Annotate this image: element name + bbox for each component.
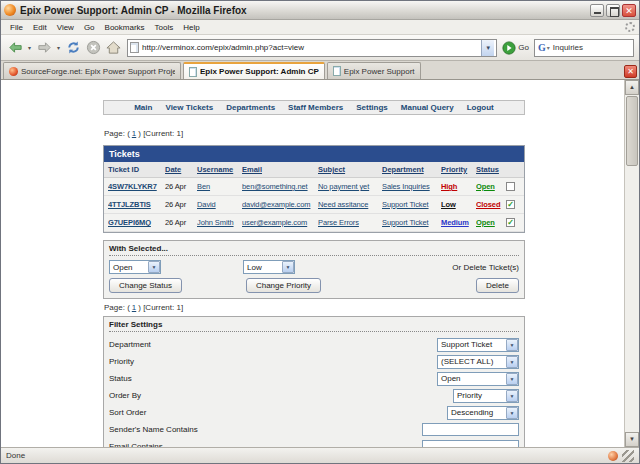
- menu-item[interactable]: Go: [79, 22, 100, 33]
- go-icon[interactable]: [502, 41, 516, 55]
- menu-item[interactable]: View: [52, 22, 79, 33]
- ticket-checkbox[interactable]: [506, 182, 515, 191]
- scrollbar-track[interactable]: [625, 95, 639, 432]
- priority-select[interactable]: Low: [243, 260, 295, 274]
- scrollbar-thumb[interactable]: [626, 96, 638, 166]
- ticket-subject-link[interactable]: No payment yet: [318, 182, 382, 191]
- col-username[interactable]: Username: [197, 165, 242, 174]
- admin-nav-link[interactable]: View Tickets: [165, 103, 213, 112]
- browser-tab[interactable]: Epix Power Support: Admin CP: [183, 62, 325, 79]
- ticket-email-link[interactable]: ben@something.net: [242, 182, 318, 191]
- menu-item[interactable]: File: [5, 22, 28, 33]
- status-filter-value: Open: [438, 374, 506, 383]
- ticket-checkbox[interactable]: [506, 200, 515, 209]
- sort-order-select[interactable]: Descending: [447, 406, 519, 420]
- ticket-priority[interactable]: Medium: [441, 218, 476, 227]
- url-bar[interactable]: http://verminox.com/epix/admin.php?act=v…: [127, 39, 497, 57]
- ticket-username-link[interactable]: Ben: [197, 182, 242, 191]
- ticket-subject-link[interactable]: Parse Errors: [318, 218, 382, 227]
- statusbar-extension-icon[interactable]: [608, 451, 618, 461]
- ticket-department-link[interactable]: Support Ticket: [382, 218, 441, 227]
- chevron-down-icon[interactable]: [506, 373, 518, 385]
- sender-name-input[interactable]: [422, 423, 519, 436]
- with-selected-panel: With Selected... Open Low Or Delete Tick…: [103, 240, 525, 299]
- ticket-status[interactable]: Closed: [476, 200, 506, 209]
- url-dropdown-icon[interactable]: ▼: [481, 40, 494, 56]
- back-button[interactable]: [6, 39, 24, 57]
- tab-close-button[interactable]: [624, 65, 637, 78]
- admin-nav-link[interactable]: Logout: [467, 103, 494, 112]
- admin-nav-link[interactable]: Departments: [226, 103, 275, 112]
- admin-nav-link[interactable]: Settings: [356, 103, 388, 112]
- change-status-button[interactable]: Change Status: [109, 278, 182, 293]
- status-filter-select[interactable]: Open: [437, 372, 519, 386]
- delete-button[interactable]: Delete: [476, 278, 519, 293]
- ticket-email-link[interactable]: david@example.com: [242, 200, 318, 209]
- chevron-down-icon[interactable]: [282, 261, 294, 273]
- ticket-status[interactable]: Open: [476, 218, 506, 227]
- col-department[interactable]: Department: [382, 165, 441, 174]
- title-bar: Epix Power Support: Admin CP - Mozilla F…: [1, 1, 639, 20]
- col-subject[interactable]: Subject: [318, 165, 382, 174]
- ticket-priority[interactable]: High: [441, 182, 476, 191]
- maximize-button[interactable]: [606, 4, 620, 17]
- menu-item[interactable]: Tools: [150, 22, 179, 33]
- ticket-subject-link[interactable]: Need assitance: [318, 200, 382, 209]
- col-status[interactable]: Status: [476, 165, 506, 174]
- go-button[interactable]: Go: [518, 43, 529, 52]
- menu-item[interactable]: Help: [178, 22, 204, 33]
- search-input[interactable]: G Inquiries: [534, 39, 634, 57]
- browser-tab[interactable]: Epix Power Support: [327, 62, 421, 79]
- chevron-down-icon[interactable]: [506, 390, 518, 402]
- vertical-scrollbar[interactable]: [624, 80, 639, 447]
- minimize-button[interactable]: [590, 4, 604, 17]
- scroll-up-icon[interactable]: [625, 80, 639, 95]
- menu-item[interactable]: Edit: [28, 22, 52, 33]
- department-select[interactable]: Support Ticket: [437, 338, 519, 352]
- resize-grip[interactable]: [622, 450, 634, 462]
- col-email[interactable]: Email: [242, 165, 318, 174]
- priority-filter-select[interactable]: (SELECT ALL): [437, 355, 519, 369]
- ticket-department-link[interactable]: Sales Inquiries: [382, 182, 441, 191]
- change-priority-button[interactable]: Change Priority: [246, 278, 321, 293]
- chevron-down-icon[interactable]: [506, 339, 518, 351]
- url-text[interactable]: http://verminox.com/epix/admin.php?act=v…: [142, 43, 481, 52]
- col-priority[interactable]: Priority: [441, 165, 476, 174]
- stop-button[interactable]: [84, 39, 102, 57]
- admin-nav-link[interactable]: Staff Members: [288, 103, 343, 112]
- chevron-down-icon[interactable]: [506, 407, 518, 419]
- reload-button[interactable]: [64, 39, 82, 57]
- home-button[interactable]: [104, 39, 122, 57]
- ticket-status[interactable]: Open: [476, 182, 506, 191]
- ticket-priority[interactable]: Low: [441, 200, 476, 209]
- pagination-page-link[interactable]: 1: [132, 129, 136, 138]
- ticket-username-link[interactable]: David: [197, 200, 242, 209]
- ticket-id-link[interactable]: 4SW7KLYKR7: [108, 182, 165, 191]
- col-date[interactable]: Date: [165, 165, 197, 174]
- chevron-down-icon[interactable]: [506, 356, 518, 368]
- back-dropdown-icon[interactable]: ▾: [26, 44, 33, 51]
- ticket-checkbox[interactable]: [506, 218, 515, 227]
- forward-button[interactable]: [35, 39, 53, 57]
- menu-item[interactable]: Bookmarks: [100, 22, 150, 33]
- email-contains-input[interactable]: [422, 440, 519, 447]
- ticket-username-link[interactable]: John Smith: [197, 218, 242, 227]
- ticket-id-link[interactable]: G7UEPI6MQ: [108, 218, 165, 227]
- admin-nav-link[interactable]: Main: [134, 103, 152, 112]
- filter-label-sort-order: Sort Order: [109, 408, 146, 417]
- order-by-select[interactable]: Priority: [453, 389, 519, 403]
- admin-nav-link[interactable]: Manual Query: [401, 103, 454, 112]
- chevron-down-icon[interactable]: [148, 261, 160, 273]
- status-select[interactable]: Open: [109, 260, 161, 274]
- ticket-department-link[interactable]: Support Ticket: [382, 200, 441, 209]
- search-value[interactable]: Inquiries: [553, 43, 583, 52]
- scroll-down-icon[interactable]: [625, 432, 639, 447]
- browser-tab[interactable]: SourceForge.net: Epix Power Support Proj…: [3, 62, 181, 79]
- close-button[interactable]: [622, 4, 636, 17]
- ticket-date: 26 Apr: [165, 218, 197, 227]
- pagination-page-link[interactable]: 1: [132, 303, 136, 312]
- ticket-email-link[interactable]: user@example.com: [242, 218, 318, 227]
- ticket-id-link[interactable]: 4TTJLZBTIS: [108, 200, 165, 209]
- google-engine-icon[interactable]: G: [538, 42, 546, 53]
- forward-dropdown-icon[interactable]: ▾: [55, 44, 62, 51]
